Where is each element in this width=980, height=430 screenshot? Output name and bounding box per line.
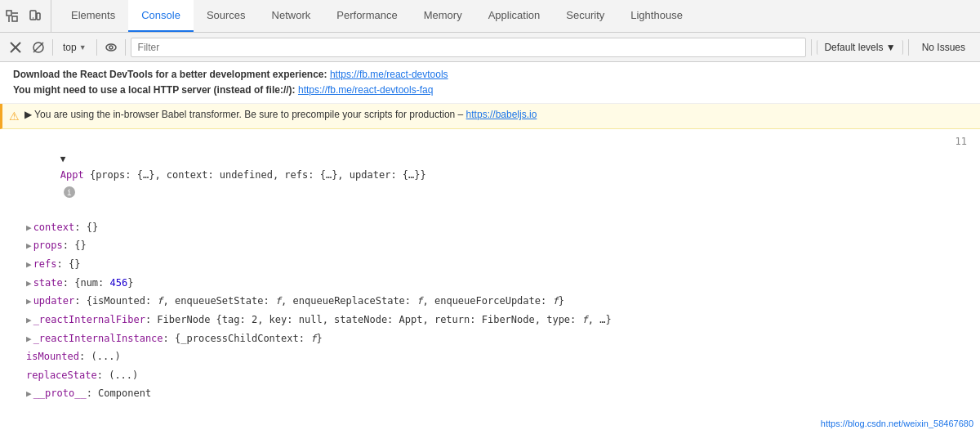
info-line1: Download the React DevTools for a better…	[13, 69, 448, 80]
tab-elements[interactable]: Elements	[58, 0, 128, 32]
state-row[interactable]: ▶ state: {num: 456}	[0, 274, 980, 293]
info-message-row: Download the React DevTools for a better…	[0, 62, 980, 104]
dropdown-arrow-icon: ▼	[79, 43, 87, 52]
fiber-toggle[interactable]: ▶	[26, 313, 32, 329]
devtools-tabs: Elements Console Sources Network Perform…	[0, 0, 980, 33]
tab-console[interactable]: Console	[128, 0, 194, 32]
devtools-icon-group	[3, 0, 51, 32]
proto-toggle[interactable]: ▶	[26, 387, 32, 402]
console-toolbar: top ▼ Default levels ▼ No Issues	[0, 33, 980, 62]
react-internal-instance-row[interactable]: ▶ _reactInternalInstance: {_processChild…	[0, 329, 980, 348]
context-selector[interactable]: top ▼	[58, 40, 91, 55]
no-issues-badge[interactable]: No Issues	[914, 40, 973, 55]
levels-selector[interactable]: Default levels ▼	[817, 40, 902, 55]
toolbar-divider-4	[811, 39, 812, 56]
toolbar-divider-1	[52, 39, 53, 56]
proto-row[interactable]: ▶ __proto__: Component	[0, 384, 980, 403]
device-icon[interactable]	[26, 7, 44, 25]
react-devtools-link[interactable]: https://fb.me/react-devtools	[330, 69, 448, 80]
state-toggle[interactable]: ▶	[26, 276, 32, 292]
filter-input[interactable]	[131, 38, 807, 57]
refs-row[interactable]: ▶ refs: {}	[0, 255, 980, 274]
refs-toggle[interactable]: ▶	[26, 258, 32, 273]
inspect-icon[interactable]	[3, 7, 21, 25]
tab-network[interactable]: Network	[259, 0, 324, 32]
clear-console-icon[interactable]	[7, 38, 24, 56]
context-toggle[interactable]: ▶	[26, 221, 32, 236]
warning-text: ▶ You are using the in-browser Babel tra…	[24, 107, 973, 122]
warning-icon: ⚠	[9, 108, 20, 125]
is-mounted-row: isMounted: (...)	[0, 347, 980, 365]
tab-sources[interactable]: Sources	[194, 0, 259, 32]
tab-performance[interactable]: Performance	[323, 0, 410, 32]
svg-rect-5	[37, 13, 40, 20]
updater-toggle[interactable]: ▶	[26, 294, 32, 310]
toolbar-divider-2	[96, 39, 97, 56]
svg-rect-3	[12, 16, 17, 21]
toolbar-divider-3	[125, 39, 126, 56]
props-toggle[interactable]: ▶	[26, 239, 32, 254]
svg-point-12	[109, 46, 113, 49]
object-tree: ▼ Appt {props: {…}, context: undefined, …	[0, 129, 980, 406]
info-line2: You might need to use a local HTTP serve…	[13, 84, 433, 96]
replace-state-row: replaceState: (...)	[0, 366, 980, 384]
eye-icon[interactable]	[102, 38, 120, 56]
updater-row[interactable]: ▶ updater: {isMounted: f, enqueueSetStat…	[0, 292, 980, 311]
tab-lighthouse[interactable]: Lighthouse	[617, 0, 696, 32]
count-badge: 11	[956, 133, 973, 150]
console-content: Download the React DevTools for a better…	[0, 62, 980, 430]
svg-point-11	[106, 44, 116, 51]
toolbar-divider-5	[908, 39, 909, 56]
tab-memory[interactable]: Memory	[411, 0, 475, 32]
react-internal-fiber-row[interactable]: ▶ _reactInternalFiber: FiberNode {tag: 2…	[0, 311, 980, 329]
appt-toggle[interactable]: ▼	[60, 154, 66, 164]
props-row[interactable]: ▶ props: {}	[0, 236, 980, 255]
babeljs-link[interactable]: https://babeljs.io	[466, 109, 537, 120]
svg-rect-0	[7, 11, 11, 16]
instance-toggle[interactable]: ▶	[26, 332, 32, 347]
react-devtools-faq-link[interactable]: https://fb.me/react-devtools-faq	[298, 84, 433, 96]
bottom-url[interactable]: https://blog.csdn.net/weixin_58467680	[821, 419, 973, 428]
tab-application[interactable]: Application	[475, 0, 554, 32]
tab-security[interactable]: Security	[553, 0, 617, 32]
object-appt-row[interactable]: ▼ Appt {props: {…}, context: undefined, …	[0, 132, 980, 217]
filter-icon[interactable]	[29, 38, 47, 56]
info-icon[interactable]: i	[64, 186, 75, 198]
context-row[interactable]: ▶ context: {}	[0, 218, 980, 237]
warning-row: ⚠ ▶ You are using the in-browser Babel t…	[0, 104, 980, 129]
